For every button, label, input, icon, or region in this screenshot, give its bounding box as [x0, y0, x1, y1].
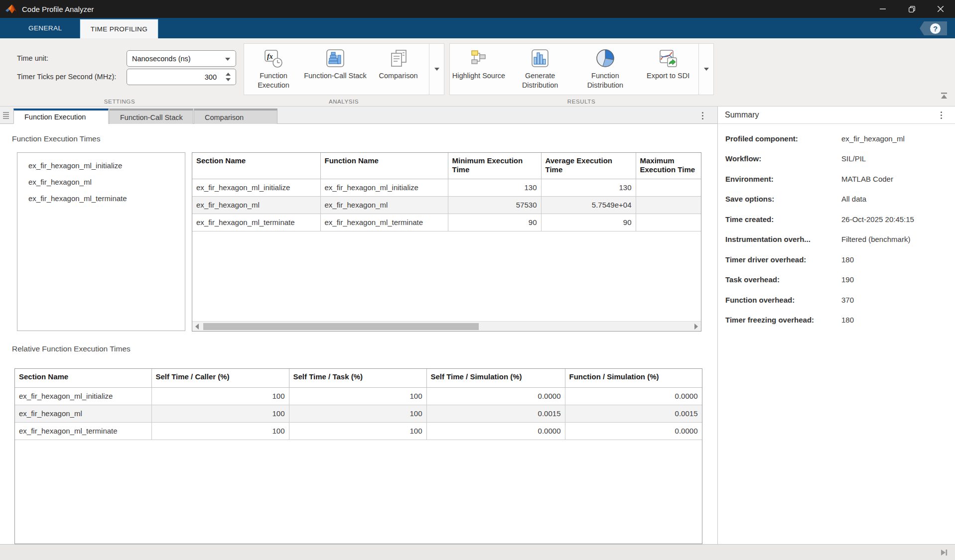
summary-row: Function overhead: 370	[725, 290, 950, 310]
horizontal-scrollbar[interactable]	[192, 321, 701, 331]
ribbon-tab-strip: GENERAL TIME PROFILING ?	[0, 18, 955, 38]
timer-ticks-value: 300	[205, 73, 217, 81]
export-to-sdi-button[interactable]: Export to SDI	[638, 44, 698, 95]
summary-row: Timer driver overhead: 180	[725, 249, 950, 270]
summary-title: Summary	[725, 111, 759, 119]
list-item[interactable]: ex_fir_hexagon_ml_initialize	[17, 157, 185, 174]
tab-time-profiling[interactable]: TIME PROFILING	[80, 19, 158, 38]
function-distribution-icon	[594, 48, 616, 70]
settings-section-label: SETTINGS	[104, 99, 135, 105]
chevron-down-icon	[434, 68, 439, 71]
analysis-gallery-expand[interactable]	[429, 44, 444, 95]
code-profile-analyzer-window: Code Profile Analyzer GENERAL TIME PROFI…	[0, 0, 955, 560]
function-call-stack-button[interactable]: Function-Call Stack	[303, 44, 368, 95]
function-distribution-button[interactable]: Function Distribution	[573, 44, 638, 95]
document-tab-bar: Function Execution Function-Call Stack C…	[0, 107, 717, 124]
table-row[interactable]: ex_fir_hexagon_ml_terminate 100 100 0.00…	[15, 422, 702, 440]
table-row[interactable]: ex_fir_hexagon_ml_initialize ex_fir_hexa…	[192, 179, 701, 196]
column-header[interactable]: Average Execution Time	[541, 153, 636, 179]
relative-times-heading: Relative Function Execution Times	[12, 344, 131, 353]
table-row[interactable]: ex_fir_hexagon_ml_initialize 100 100 0.0…	[15, 387, 702, 405]
relative-times-table: Section Name Self Time / Caller (%) Self…	[14, 368, 702, 544]
comparison-button[interactable]: Comparison	[368, 44, 429, 95]
highlight-source-icon	[468, 48, 490, 70]
scroll-right-icon[interactable]	[694, 324, 698, 330]
function-execution-icon: fx	[263, 48, 284, 70]
exec-times-heading: Function Execution Times	[12, 134, 100, 143]
summary-panel-menu-icon[interactable]	[941, 112, 942, 119]
timer-ticks-stepper[interactable]	[221, 69, 236, 85]
highlight-source-button[interactable]: Highlight Source	[450, 44, 508, 95]
matlab-logo-icon	[5, 3, 17, 14]
summary-row: Environment: MATLAB Coder	[725, 169, 950, 189]
collapse-toolbar-icon[interactable]	[941, 93, 948, 99]
column-header[interactable]: Function / Simulation (%)	[565, 369, 702, 387]
column-header[interactable]: Minimum Execution Time	[448, 153, 541, 179]
help-icon: ?	[930, 23, 941, 34]
column-header[interactable]: Function Name	[320, 153, 448, 179]
skip-to-end-icon[interactable]	[940, 549, 948, 557]
time-unit-value: Nanoseconds (ns)	[132, 55, 191, 63]
summary-row: Save options: All data	[725, 189, 950, 210]
scroll-left-icon[interactable]	[195, 324, 199, 330]
table-row[interactable]: ex_fir_hexagon_ml 100 100 0.0015 0.0015	[15, 405, 702, 422]
column-header[interactable]: Section Name	[192, 153, 320, 179]
column-header[interactable]: Self Time / Simulation (%)	[426, 369, 565, 387]
status-bar	[0, 544, 955, 560]
help-button[interactable]: ?	[920, 21, 947, 35]
summary-row: Time created: 26-Oct-2025 20:45:15	[725, 209, 950, 229]
exec-times-table: Section Name Function Name Minimum Execu…	[192, 152, 701, 332]
analysis-group: fx Function Execution	[244, 43, 444, 95]
results-gallery-expand[interactable]	[698, 44, 713, 95]
chevron-down-icon	[704, 68, 709, 71]
doc-tab-function-call-stack[interactable]: Function-Call Stack	[109, 109, 193, 124]
function-call-stack-icon	[324, 48, 346, 70]
title-bar: Code Profile Analyzer	[0, 0, 955, 18]
scrollbar-thumb[interactable]	[203, 323, 479, 330]
summary-row: Task overhead: 190	[725, 270, 950, 290]
function-list[interactable]: ex_fir_hexagon_ml_initialize ex_fir_hexa…	[17, 152, 185, 331]
summary-row: Profiled component: ex_fir_hexagon_ml	[725, 128, 950, 149]
panel-grip-icon[interactable]	[3, 112, 9, 119]
document-panel-menu-icon[interactable]	[702, 112, 703, 119]
table-row[interactable]: ex_fir_hexagon_ml_terminate ex_fir_hexag…	[192, 214, 701, 231]
summary-panel: Summary Profiled component: ex_fir_hexag…	[717, 107, 955, 544]
table-row[interactable]: ex_fir_hexagon_ml ex_fir_hexagon_ml 5753…	[192, 196, 701, 214]
summary-row: Workflow: SIL/PIL	[725, 149, 950, 169]
results-section-label: RESULTS	[567, 99, 595, 105]
summary-row: Timer freezing overhead: 180	[725, 310, 950, 331]
list-item[interactable]: ex_fir_hexagon_ml	[17, 174, 185, 190]
comparison-icon	[388, 48, 409, 70]
timer-ticks-input[interactable]: 300	[127, 69, 221, 85]
doc-tab-comparison[interactable]: Comparison	[194, 109, 277, 124]
spin-down-icon	[226, 78, 231, 81]
minimize-button[interactable]	[868, 0, 897, 18]
time-unit-dropdown[interactable]: Nanoseconds (ns)	[127, 50, 236, 67]
toolbar: Time unit: Nanoseconds (ns) Timer Ticks …	[0, 38, 955, 107]
doc-tab-function-execution[interactable]: Function Execution	[13, 109, 109, 124]
column-header[interactable]: Maximum Execution Time	[636, 153, 701, 179]
restore-button[interactable]	[897, 0, 926, 18]
generate-distribution-icon	[529, 48, 551, 70]
timer-ticks-label: Timer Ticks per Second (MHz):	[17, 73, 116, 81]
svg-text:fx: fx	[267, 53, 273, 60]
column-header[interactable]: Self Time / Caller (%)	[151, 369, 289, 387]
generate-distribution-button[interactable]: Generate Distribution	[508, 44, 573, 95]
tab-general[interactable]: GENERAL	[22, 18, 68, 38]
column-header[interactable]: Self Time / Task (%)	[289, 369, 426, 387]
chevron-down-icon	[225, 58, 230, 61]
summary-row: Instrumentation overh... Filtered (bench…	[725, 229, 950, 250]
spin-up-icon	[226, 73, 231, 76]
list-item[interactable]: ex_fir_hexagon_ml_terminate	[17, 190, 185, 207]
column-header[interactable]: Section Name	[15, 369, 151, 387]
function-execution-panel: Function Execution Times ex_fir_hexagon_…	[0, 124, 717, 544]
function-execution-button[interactable]: fx Function Execution	[244, 44, 303, 95]
window-title: Code Profile Analyzer	[22, 5, 94, 13]
results-group: Highlight Source Generate Distribution	[449, 43, 714, 95]
close-button[interactable]	[926, 0, 955, 18]
analysis-section-label: ANALYSIS	[329, 99, 359, 105]
export-to-sdi-icon	[657, 48, 679, 70]
time-unit-label: Time unit:	[17, 54, 48, 62]
